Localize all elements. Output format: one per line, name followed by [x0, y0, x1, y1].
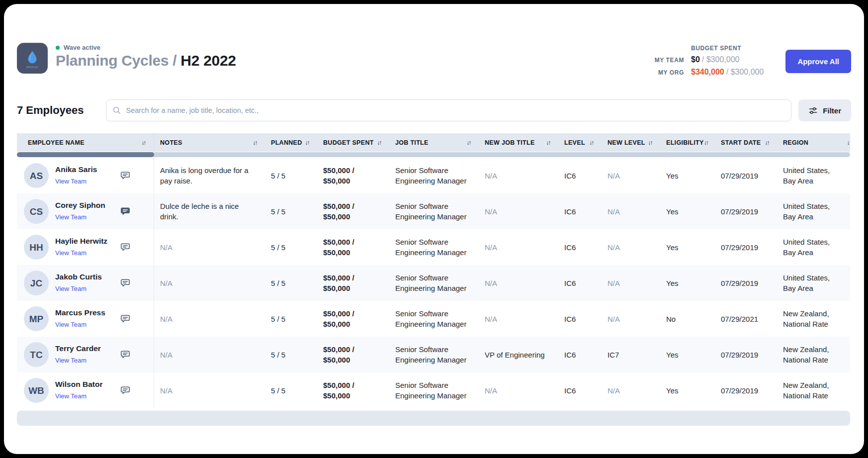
view-team-link[interactable]: View Team [55, 248, 87, 258]
sort-icon[interactable]: ↓↑ [847, 139, 850, 146]
new-level-cell: N/A [602, 229, 660, 265]
job-title-cell: Senior Software Engineering Manager [389, 158, 479, 193]
sort-icon[interactable]: ↓↑ [305, 139, 310, 146]
budget-spent-line1: $50,000 / [323, 273, 381, 283]
sort-icon[interactable]: ↓↑ [546, 139, 551, 146]
sort-icon[interactable]: ↓↑ [377, 139, 382, 146]
sort-icon[interactable]: ↓↑ [253, 139, 258, 146]
filter-button[interactable]: Filter [798, 99, 851, 121]
budget-spent-cell: $50,000 / $50,000 [317, 229, 389, 265]
page-title: Planning Cycles / H2 2022 [56, 52, 236, 69]
search-wrap [106, 99, 792, 121]
column-header[interactable]: NEW LEVEL ↓↑ [602, 133, 660, 152]
team-total-value: / $300,000 [702, 55, 740, 64]
sort-icon[interactable]: ↓↑ [704, 139, 709, 146]
employee-name: Anika Saris [55, 165, 97, 175]
avatar: WB [24, 378, 49, 403]
org-total-value: / $300,000 [726, 68, 764, 76]
employee-name: Jakob Curtis [55, 272, 102, 282]
job-title-cell: Senior Software Engineering Manager [389, 265, 479, 301]
view-team-link[interactable]: View Team [55, 355, 87, 366]
planned-cell: 5 / 5 [265, 265, 317, 301]
comment-icon[interactable] [120, 242, 131, 253]
approve-all-button[interactable]: Approve All [785, 50, 851, 73]
column-header[interactable]: PLANNED ↓↑ [265, 133, 317, 152]
avatar: HH [24, 235, 49, 260]
column-header-label: PLANNED [271, 139, 302, 146]
start-date-cell: 07/29/2019 [715, 337, 777, 372]
region-cell: United States, Bay Area [777, 229, 850, 265]
my-org-budget: $340,000/ $300,000 [691, 68, 764, 77]
column-header-label: NEW LEVEL [608, 139, 645, 146]
avatar: CS [24, 199, 49, 224]
region-cell: New Zealand, National Rate [777, 372, 850, 408]
column-header[interactable]: REGION ↓↑ [777, 133, 850, 152]
employee-meta: Corey Siphon View Team [55, 200, 105, 222]
budget-spent-heading: BUDGET SPENT [691, 45, 764, 52]
comment-icon[interactable] [120, 206, 131, 217]
avatar: MP [24, 306, 49, 331]
job-title-cell: Senior Software Engineering Manager [389, 337, 479, 372]
job-title-cell: Senior Software Engineering Manager [389, 193, 479, 229]
comment-icon[interactable] [120, 385, 131, 396]
toolbar: 7 Employees Filter [17, 99, 851, 121]
horizontal-scrollbar [17, 152, 850, 158]
table-row: MP Marcus Press View Team N/A 5 / 5 $50,… [17, 301, 850, 337]
start-date-cell: 07/29/2019 [715, 372, 777, 408]
table-row: TC Terry Carder View Team N/A 5 / 5 $50,… [17, 337, 850, 372]
sort-icon[interactable]: ↓↑ [648, 139, 653, 146]
comment-icon[interactable] [120, 349, 131, 360]
sort-icon[interactable]: ↓↑ [141, 139, 147, 146]
region-cell: United States, Bay Area [777, 193, 850, 229]
scrollbar-thumb[interactable] [17, 152, 154, 157]
new-level-cell: N/A [602, 193, 660, 229]
column-header[interactable]: NEW JOB TITLE ↓↑ [479, 133, 558, 152]
column-header[interactable]: START DATE ↓↑ [715, 133, 777, 152]
new-job-title-cell: N/A [479, 229, 558, 265]
notes-cell: N/A [154, 229, 265, 265]
column-header-label: REGION [783, 139, 808, 146]
column-header[interactable]: ELIGIBILITY ↓↑ [660, 133, 715, 152]
column-header[interactable]: EMPLOYEE NAME ↓↑ [17, 133, 154, 152]
region-cell: United States, Bay Area [777, 265, 850, 301]
comment-icon[interactable] [120, 170, 131, 181]
budget-spent-line2: $50,000 [323, 247, 381, 258]
view-team-link[interactable]: View Team [55, 176, 87, 186]
eligibility-cell: No [660, 301, 715, 337]
sort-icon[interactable]: ↓↑ [589, 139, 595, 146]
notes-cell: N/A [154, 372, 265, 408]
view-team-link[interactable]: View Team [55, 212, 87, 222]
budget-spent-line1: $50,000 / [323, 165, 381, 176]
employee-meta: Anika Saris View Team [55, 165, 97, 186]
start-date-cell: 07/29/2019 [715, 193, 777, 229]
team-spent-value: $0 [691, 55, 700, 64]
filter-button-label: Filter [823, 106, 841, 115]
column-header[interactable]: NOTES ↓↑ [154, 133, 265, 152]
eligibility-cell: Yes [660, 193, 715, 229]
budget-spent-cell: $50,000 / $50,000 [317, 337, 389, 372]
comment-icon[interactable] [120, 277, 131, 288]
column-header-label: START DATE [721, 139, 761, 146]
sort-icon[interactable]: ↓↑ [466, 139, 472, 146]
comment-icon[interactable] [120, 313, 131, 324]
budget-spent-line2: $50,000 [323, 390, 381, 401]
budget-spent-line1: $50,000 / [323, 237, 381, 247]
wave-status: Wave active [56, 44, 236, 51]
new-job-title-cell: N/A [479, 158, 558, 193]
level-cell: IC6 [558, 229, 602, 265]
sort-icon[interactable]: ↓↑ [765, 139, 770, 146]
column-header[interactable]: LEVEL ↓↑ [558, 133, 602, 152]
column-header[interactable]: BUDGET SPENT ↓↑ [317, 133, 389, 152]
avatar: AS [24, 163, 49, 188]
view-team-link[interactable]: View Team [55, 391, 87, 401]
employee-cell: CS Corey Siphon View Team [17, 193, 154, 229]
budget-spent-cell: $50,000 / $50,000 [317, 193, 389, 229]
droplet-icon [25, 50, 39, 65]
search-input[interactable] [106, 99, 792, 121]
view-team-link[interactable]: View Team [55, 319, 87, 330]
table-row: CS Corey Siphon View Team Dulce de leche… [17, 193, 850, 229]
employee-name: Terry Carder [55, 344, 101, 354]
column-header[interactable]: JOB TITLE ↓↑ [389, 133, 479, 152]
view-team-link[interactable]: View Team [55, 283, 87, 294]
notes-cell: N/A [154, 337, 265, 372]
